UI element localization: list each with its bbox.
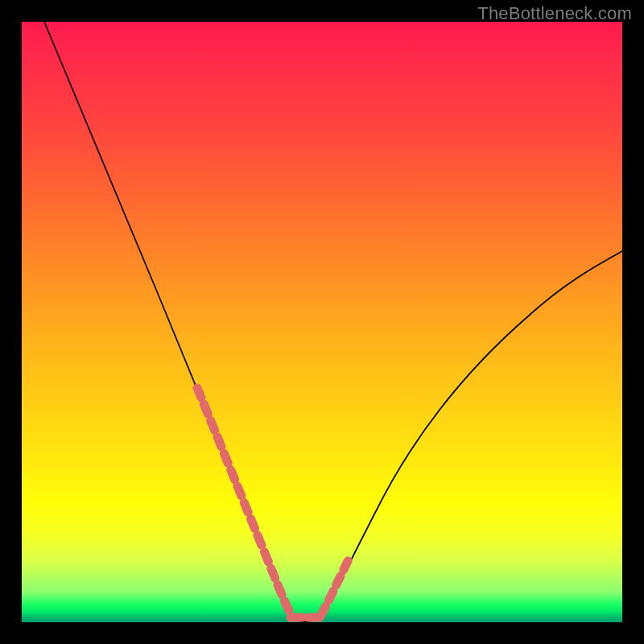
- background-gradient: [22, 22, 622, 622]
- chart-area: [22, 22, 622, 622]
